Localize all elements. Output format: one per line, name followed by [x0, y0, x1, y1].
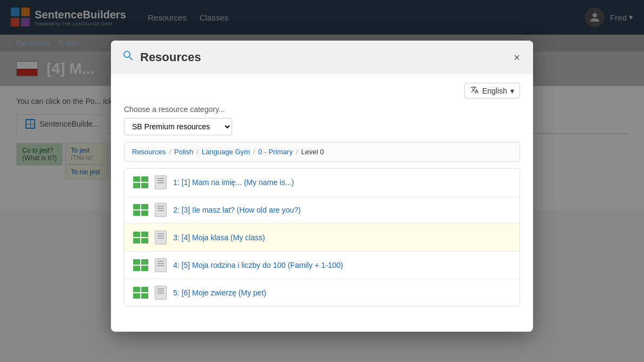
- modal-title: Resources: [140, 50, 201, 64]
- language-selector-area: English ▾: [124, 83, 520, 98]
- modal-body: English ▾ Choose a resource category... …: [111, 74, 533, 315]
- search-icon: [122, 49, 135, 65]
- mbc-resources[interactable]: Resources: [132, 148, 166, 156]
- mbc-polish[interactable]: Polish: [174, 148, 193, 156]
- resource-doc-icon: [155, 286, 167, 300]
- chevron-down-icon: ▾: [510, 87, 514, 95]
- resources-modal: Resources × English ▾ Choose a resource …: [111, 41, 533, 332]
- resource-grid-icon: [133, 232, 148, 243]
- modal-header: Resources ×: [111, 41, 533, 74]
- resource-doc-icon: [155, 203, 167, 217]
- resource-item[interactable]: 3: [4] Moja klasa (My class): [124, 224, 520, 252]
- mbc-languagegym[interactable]: Language Gym: [202, 148, 250, 156]
- resource-item[interactable]: 1: [1] Mam na imię... (My name is...): [124, 169, 520, 196]
- resource-grid-icon: [133, 176, 148, 188]
- category-select[interactable]: SB Premium resources: [124, 118, 232, 135]
- modal-close-button[interactable]: ×: [509, 50, 524, 65]
- resource-title: 5: [6] Moje zwierzę (My pet): [173, 288, 266, 297]
- resource-doc-icon: [155, 175, 167, 189]
- resource-grid-icon: [133, 204, 148, 216]
- modal-breadcrumb: Resources / Polish / Language Gym / 0 - …: [124, 142, 520, 162]
- category-label: Choose a resource category...: [124, 105, 520, 114]
- resource-title: 4: [5] Moja rodzina i liczby do 100 (Fam…: [173, 261, 343, 269]
- resource-doc-icon: [155, 258, 167, 272]
- language-selector-button[interactable]: English ▾: [464, 83, 520, 98]
- resource-grid-icon: [133, 287, 148, 299]
- translate-icon: [470, 85, 479, 96]
- resource-item[interactable]: 4: [5] Moja rodzina i liczby do 100 (Fam…: [124, 252, 520, 279]
- resource-title: 3: [4] Moja klasa (My class): [173, 233, 265, 242]
- resource-doc-icon: [155, 231, 167, 245]
- resource-item[interactable]: 2: [3] Ile masz lat? (How old are you?): [124, 196, 520, 224]
- language-label: English: [482, 87, 507, 95]
- resource-list: 1: [1] Mam na imię... (My name is...) 2:…: [124, 168, 520, 307]
- resource-item[interactable]: 5: [6] Moje zwierzę (My pet): [124, 279, 520, 306]
- mbc-primary[interactable]: 0 - Primary: [258, 148, 293, 156]
- resource-title: 1: [1] Mam na imię... (My name is...): [173, 178, 294, 187]
- resource-title: 2: [3] Ile masz lat? (How old are you?): [173, 206, 301, 214]
- resource-grid-icon: [133, 259, 148, 271]
- mbc-current: Level 0: [301, 148, 324, 156]
- category-section: Choose a resource category... SB Premium…: [124, 105, 520, 135]
